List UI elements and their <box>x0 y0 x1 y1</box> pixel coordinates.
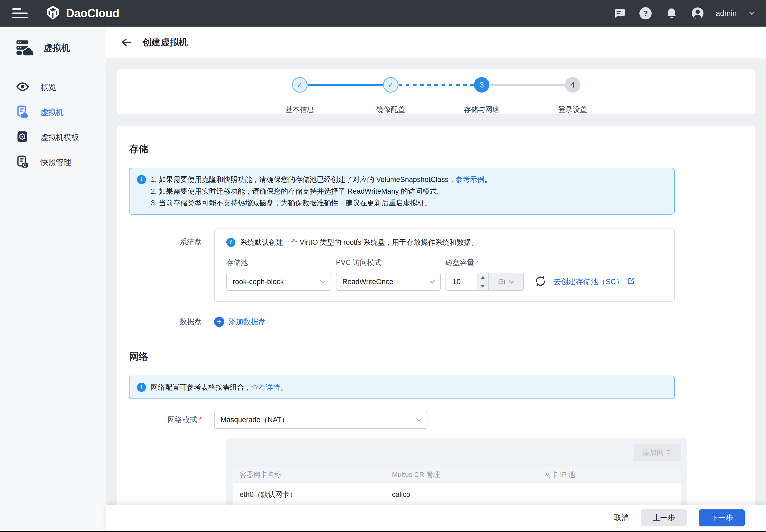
table-row[interactable]: eth0（默认网卡） calico - <box>233 483 681 505</box>
user-avatar[interactable] <box>691 7 704 20</box>
back-arrow-icon[interactable] <box>121 37 132 48</box>
cancel-button[interactable]: 取消 <box>614 513 629 523</box>
disk-capacity-field: 磁盘容量* 10 Gi <box>446 258 524 291</box>
view-details-link[interactable]: 查看详情 <box>251 383 280 391</box>
brand-logo: DaoCloud <box>45 5 119 22</box>
step-4-label: 登录设置 <box>558 105 587 114</box>
storage-notice-line3: 3. 当前存储类型可能不支持热增减磁盘，为确保数据准确性，建议在更新后重启虚拟机… <box>151 197 492 209</box>
step-connector-2 <box>398 84 474 86</box>
external-link-icon[interactable] <box>627 277 635 287</box>
step-connector-3 <box>489 84 565 86</box>
brand-name: DaoCloud <box>66 7 119 20</box>
username[interactable]: admin <box>716 9 737 18</box>
page-title: 创建虚拟机 <box>143 36 188 48</box>
system-disk-note: i 系统默认创建一个 VirtIO 类型的 rootfs 系统盘，用于存放操作系… <box>226 238 663 247</box>
help-icon[interactable]: ? <box>639 7 652 20</box>
info-icon: i <box>137 383 146 392</box>
add-nic-button[interactable]: 添加网卡 <box>633 444 681 461</box>
page-header: 创建虚拟机 <box>106 27 766 58</box>
storage-notice-line2: 2. 如果需要使用实时迁移功能，请确保您的存储支持并选择了 ReadWriteM… <box>151 185 492 197</box>
sidebar-item-overview[interactable]: 概览 <box>0 75 106 100</box>
storage-pool-field: 存储池 rook-ceph-block <box>226 258 331 291</box>
nic-multus-cell: calico <box>385 491 538 499</box>
chat-icon[interactable] <box>613 7 626 20</box>
storage-pool-select[interactable]: rook-ceph-block <box>226 273 331 291</box>
sidebar-item-vm[interactable]: 虚拟机 <box>0 100 106 125</box>
stepper-down-icon[interactable] <box>477 282 488 290</box>
info-icon: i <box>226 238 235 247</box>
sidebar-item-vm-template[interactable]: 虚拟机模板 <box>0 125 106 150</box>
info-icon: i <box>137 175 146 184</box>
refresh-icon[interactable] <box>534 275 547 288</box>
sidebar-module-header: 虚拟机 <box>0 39 106 57</box>
nic-table-header-name: 容器网卡名称 <box>233 470 385 479</box>
sidebar-item-label: 虚拟机 <box>40 107 64 118</box>
stepper-up-icon[interactable] <box>477 273 488 282</box>
chevron-down-icon <box>416 416 422 422</box>
capacity-stepper <box>477 273 488 290</box>
step-2-circle[interactable]: ✓ <box>383 77 398 93</box>
notification-bell-icon[interactable] <box>665 7 678 20</box>
network-notice: i 网络配置可参考表格按需组合，查看详情。 <box>129 376 675 399</box>
snapshot-camera-icon <box>16 155 28 170</box>
sidebar-item-label: 快照管理 <box>40 157 71 168</box>
sidebar-divider <box>0 68 106 68</box>
storage-notice: i 1. 如果需要使用克隆和快照功能，请确保您的存储池已经创建了对应的 Volu… <box>129 168 675 215</box>
sidebar-item-label: 概览 <box>41 82 56 93</box>
vm-module-icon <box>15 39 34 57</box>
sidebar: 虚拟机 概览 虚拟机 虚拟机模板 <box>0 27 106 531</box>
storage-pool-label: 存储池 <box>226 258 331 267</box>
required-mark: * <box>199 415 202 424</box>
nic-table-panel: 添加网卡 容器网卡名称 Multus CR 管理 网卡 IP 池 eth0（默认… <box>226 438 687 505</box>
storage-network-form-card: 存储 i 1. 如果需要使用克隆和快照功能，请确保您的存储池已经创建了对应的 V… <box>117 126 755 505</box>
plus-circle-icon: + <box>214 317 224 327</box>
previous-step-button[interactable]: 上一步 <box>641 509 687 526</box>
pvc-access-select[interactable]: ReadWriteOnce <box>336 273 441 291</box>
nic-table-header-ip-pool: 网卡 IP 池 <box>537 470 681 479</box>
step-connector-1 <box>307 84 383 86</box>
window-bottom-edge <box>0 531 766 532</box>
wizard-footer: 取消 上一步 下一步 <box>106 505 766 531</box>
add-data-disk-link[interactable]: + 添加数据盘 <box>214 317 266 327</box>
step-1-label: 基本信息 <box>285 105 314 114</box>
wizard-stepper: ✓ ✓ 3 4 基本信息 镜像配置 存储与网络 登录设置 <box>117 69 755 114</box>
eye-icon <box>16 82 29 93</box>
menu-toggle-icon[interactable] <box>12 7 28 19</box>
sidebar-module-title: 虚拟机 <box>44 42 70 54</box>
nic-table-header-multus: Multus CR 管理 <box>385 470 538 479</box>
daocloud-logo-icon <box>45 5 61 22</box>
storage-section-title: 存储 <box>129 143 755 156</box>
chevron-down-icon <box>430 278 435 284</box>
chevron-down-icon <box>509 278 514 284</box>
create-storage-pool-link[interactable]: 去创建存储池（SC） <box>553 277 623 287</box>
step-1-circle[interactable]: ✓ <box>292 77 307 93</box>
nic-table-header: 容器网卡名称 Multus CR 管理 网卡 IP 池 <box>233 467 681 483</box>
step-2-label: 镜像配置 <box>376 105 405 114</box>
storage-notice-line1: 1. 如果需要使用克隆和快照功能，请确保您的存储池已经创建了对应的 Volume… <box>151 174 492 185</box>
sidebar-item-snapshot[interactable]: 快照管理 <box>0 150 106 175</box>
step-3-label: 存储与网络 <box>464 105 500 114</box>
network-mode-select[interactable]: Masquerade（NAT） <box>214 411 427 429</box>
system-disk-panel: i 系统默认创建一个 VirtIO 类型的 rootfs 系统盘，用于存放操作系… <box>214 228 675 302</box>
reference-example-link[interactable]: 参考示例 <box>456 176 484 184</box>
chevron-down-icon <box>320 278 326 284</box>
pvc-access-field: PVC 访问模式 ReadWriteOnce <box>336 258 441 291</box>
template-cube-icon <box>16 130 28 145</box>
capacity-unit-select[interactable]: Gi <box>488 273 523 290</box>
required-mark: * <box>476 259 479 267</box>
step-4-circle[interactable]: 4 <box>565 77 580 93</box>
network-notice-line: 网络配置可参考表格按需组合，查看详情。 <box>151 381 287 393</box>
top-navbar: DaoCloud ? admin <box>0 0 766 27</box>
system-disk-label: 系统盘 <box>129 228 214 302</box>
data-disk-label: 数据盘 <box>129 317 214 327</box>
network-mode-label: 网络模式* <box>129 415 214 425</box>
nic-ip-pool-cell: - <box>537 491 681 499</box>
nic-name-cell: eth0（默认网卡） <box>233 490 385 499</box>
disk-capacity-input[interactable]: 10 <box>446 273 477 290</box>
disk-capacity-label: 磁盘容量* <box>446 258 524 267</box>
step-3-circle[interactable]: 3 <box>474 77 489 93</box>
content-scroll-area[interactable]: ✓ ✓ 3 4 基本信息 镜像配置 存储与网络 登录设置 存储 <box>106 58 766 505</box>
network-section-title: 网络 <box>129 350 755 363</box>
user-menu-chevron-icon[interactable] <box>749 10 755 15</box>
next-step-button[interactable]: 下一步 <box>699 509 745 526</box>
